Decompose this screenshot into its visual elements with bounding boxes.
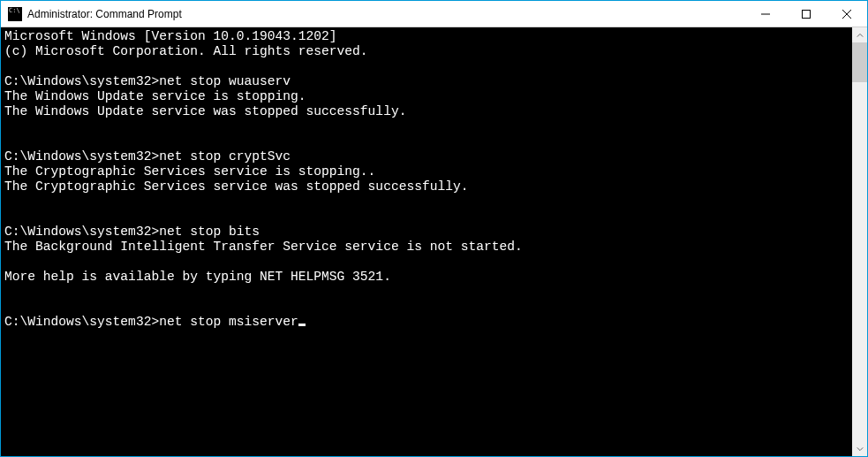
close-button[interactable] [826, 1, 867, 27]
titlebar[interactable]: Administrator: Command Prompt [1, 1, 867, 27]
minimize-icon [761, 10, 770, 19]
command-prompt-window: Administrator: Command Prompt Microsoft … [0, 0, 868, 457]
prompt: C:\Windows\system32> [4, 74, 159, 88]
svg-rect-0 [803, 10, 811, 18]
window-title: Administrator: Command Prompt [27, 8, 745, 20]
scroll-track[interactable] [852, 42, 867, 441]
output-line: The Windows Update service is stopping. [4, 89, 306, 103]
minimize-button[interactable] [745, 1, 786, 27]
chevron-down-icon [857, 446, 864, 453]
prompt: C:\Windows\system32> [4, 315, 159, 329]
output-line: The Cryptographic Services service is st… [4, 164, 375, 179]
prompt: C:\Windows\system32> [4, 225, 159, 239]
output-line: More help is available by typing NET HEL… [4, 270, 391, 284]
terminal-output[interactable]: Microsoft Windows [Version 10.0.19043.12… [1, 27, 852, 456]
command-line: C:\Windows\system32>net stop bits [4, 225, 260, 239]
text-cursor [298, 324, 306, 326]
close-icon [842, 10, 851, 19]
output-line: The Cryptographic Services service was s… [4, 179, 468, 194]
chevron-up-icon [857, 32, 864, 39]
typed-command: net stop wuauserv [159, 74, 291, 88]
copyright-line: (c) Microsoft Corporation. All rights re… [4, 44, 368, 58]
content-area: Microsoft Windows [Version 10.0.19043.12… [1, 27, 867, 456]
scroll-down-button[interactable] [852, 441, 867, 456]
typed-command: net stop bits [159, 225, 260, 239]
window-controls [745, 1, 867, 27]
typed-command: net stop cryptSvc [159, 149, 291, 164]
maximize-button[interactable] [786, 1, 826, 27]
vertical-scrollbar[interactable] [852, 27, 867, 456]
cmd-icon [8, 7, 22, 21]
command-line: C:\Windows\system32>net stop cryptSvc [4, 149, 291, 164]
scroll-up-button[interactable] [852, 27, 867, 42]
version-line: Microsoft Windows [Version 10.0.19043.12… [4, 29, 337, 43]
maximize-icon [802, 10, 811, 19]
current-command-line: C:\Windows\system32>net stop msiserver [4, 315, 306, 329]
scroll-thumb[interactable] [852, 42, 867, 82]
prompt: C:\Windows\system32> [4, 149, 159, 164]
output-line: The Background Intelligent Transfer Serv… [4, 240, 523, 254]
command-line: C:\Windows\system32>net stop wuauserv [4, 74, 291, 88]
output-line: The Windows Update service was stopped s… [4, 104, 406, 118]
typed-command: net stop msiserver [159, 315, 298, 329]
